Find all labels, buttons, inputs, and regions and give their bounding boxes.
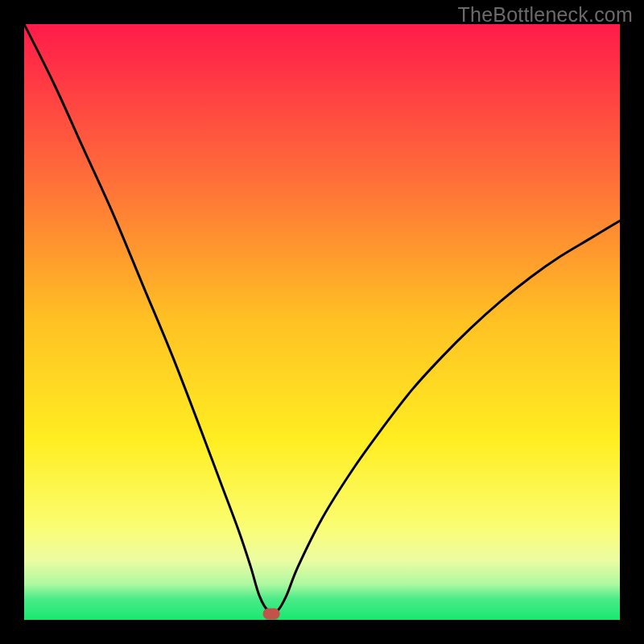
gradient-backdrop xyxy=(24,24,620,620)
optimal-marker xyxy=(263,609,279,619)
plot-svg xyxy=(24,24,620,620)
plot-area xyxy=(24,24,620,620)
chart-container: TheBottleneck.com xyxy=(0,0,644,644)
watermark-text: TheBottleneck.com xyxy=(458,3,633,27)
